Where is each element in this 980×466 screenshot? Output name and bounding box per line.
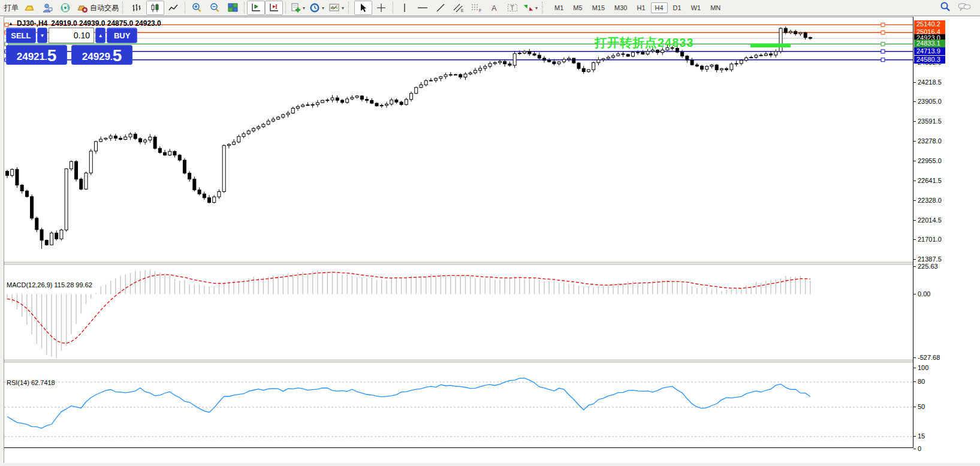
- zoom-in-button[interactable]: [188, 1, 206, 15]
- text-label-icon: T: [506, 2, 518, 13]
- timeframe-button-w1[interactable]: W1: [687, 2, 705, 13]
- buy-price-display[interactable]: 24929 . 5: [71, 45, 132, 65]
- price-line-badge: 24833.1: [914, 40, 945, 47]
- new-order-button[interactable]: 打单: [1, 1, 20, 15]
- macd-indicator-label: MACD(12,26,9) 115.28 99.62: [7, 281, 92, 288]
- crosshair-icon: [376, 2, 387, 13]
- price-tick-label: 22955.0: [918, 157, 942, 164]
- toolbar-separator: [244, 2, 245, 14]
- candlestick-chart-type-button[interactable]: [146, 1, 164, 15]
- timeframe-button-m30[interactable]: M30: [610, 2, 631, 13]
- mt4-window: 打单 自动交易: [0, 0, 980, 466]
- new-order-label: 打单: [4, 3, 19, 13]
- price-tick-label: 22328.0: [918, 197, 942, 204]
- chart-window[interactable]: ▲ DJ30-,H4 24919.0 24939.0 24875.0 24923…: [0, 17, 980, 466]
- ohlc-values: 24919.0 24939.0 24875.0 24923.0: [51, 19, 161, 28]
- rsi-value: 62.7418: [31, 379, 55, 386]
- price-chart-canvas[interactable]: [4, 17, 913, 448]
- timeframe-button-h1[interactable]: H1: [632, 2, 649, 13]
- price-axis: 24532.024218.523905.023591.523278.022955…: [913, 17, 980, 448]
- price-tick-label: 23278.0: [918, 137, 942, 145]
- tile-windows-icon: [227, 2, 239, 13]
- auto-scroll-icon: [268, 2, 280, 13]
- horizontal-line-tool-button[interactable]: [414, 1, 432, 15]
- line-chart-type-button[interactable]: [164, 1, 182, 15]
- timeframe-button-d1[interactable]: D1: [669, 2, 686, 13]
- text-label-tool-button[interactable]: T: [503, 1, 521, 15]
- toolbar-grip: [348, 2, 351, 14]
- timeframe-button-h4[interactable]: H4: [651, 2, 668, 13]
- search-icon[interactable]: [939, 1, 951, 15]
- channel-icon: E: [453, 2, 465, 13]
- gold-instrument-button[interactable]: [20, 1, 38, 15]
- text-tool-button[interactable]: A: [486, 1, 503, 15]
- autotrading-icon: [76, 2, 89, 13]
- buy-price-main: 24929: [82, 50, 110, 64]
- auto-scroll-button[interactable]: [265, 1, 283, 15]
- autotrading-label: 自动交易: [90, 3, 119, 13]
- indicators-button[interactable]: ▾: [327, 1, 346, 15]
- one-click-trading-panel: SELL ▼ ▲ BUY 24921 . 5 24929 . 5: [6, 28, 137, 65]
- dropdown-arrow-icon: ▾: [342, 5, 344, 11]
- period-clock-button[interactable]: ▾: [307, 1, 327, 15]
- price-tick-label: 22014.5: [918, 217, 942, 224]
- clock-icon: [309, 2, 321, 13]
- autotrading-button[interactable]: 自动交易: [74, 1, 120, 15]
- timeframe-button-mn[interactable]: MN: [706, 2, 725, 13]
- rsi-tick-label: 80: [918, 378, 925, 385]
- price-tick-label: 24218.5: [918, 79, 942, 86]
- toolbar-separator: [285, 2, 286, 14]
- sell-price-main: 24921: [17, 50, 45, 64]
- crosshair-tool-button[interactable]: [372, 1, 390, 15]
- price-tick-label: 23591.5: [918, 118, 942, 125]
- chat-icon[interactable]: [957, 1, 972, 15]
- equidistant-channel-tool-button[interactable]: E: [450, 1, 468, 15]
- zoom-out-button[interactable]: [206, 1, 224, 15]
- accounts-button[interactable]: [38, 1, 56, 15]
- chart-shift-button[interactable]: [247, 1, 265, 15]
- timeframe-button-m5[interactable]: M5: [569, 2, 586, 13]
- cursor-arrow-icon: [358, 2, 368, 13]
- bar-chart-type-button[interactable]: [128, 1, 146, 15]
- toolbar-grip: [542, 2, 545, 14]
- tile-windows-button[interactable]: [224, 1, 242, 15]
- price-tick-label: 21387.5: [918, 255, 942, 263]
- signals-button[interactable]: [56, 1, 74, 15]
- sell-price-display[interactable]: 24921 . 5: [6, 45, 67, 65]
- symbol-timeframe-label: DJ30-,H4: [17, 19, 47, 28]
- dropdown-arrow-icon: ▾: [322, 5, 324, 11]
- toolbar-right-group: [939, 1, 980, 15]
- fibonacci-tool-button[interactable]: F: [468, 1, 486, 15]
- turning-point-annotation: 打开转折点24833: [595, 35, 694, 51]
- buy-button[interactable]: BUY: [107, 28, 137, 43]
- cursor-tool-button[interactable]: [354, 1, 372, 15]
- price-line-badge: 24580.3: [914, 56, 945, 64]
- volume-decrease-button[interactable]: ▼: [37, 28, 47, 43]
- dropdown-arrow-icon: ▾: [303, 5, 305, 11]
- user-profile-icon: [41, 2, 53, 13]
- vertical-line-tool-button[interactable]: [396, 1, 414, 15]
- toolbar-separator: [393, 2, 393, 14]
- rsi-tick-label: 50: [918, 403, 925, 410]
- arrows-tool-button[interactable]: ▾: [521, 1, 540, 15]
- rsi-tick-label: 0: [918, 445, 921, 452]
- timeframe-button-m1[interactable]: M1: [550, 2, 568, 13]
- timeframe-button-m15[interactable]: M15: [588, 2, 609, 13]
- buy-price-big-digit: 5: [113, 48, 122, 64]
- chart-title: ▲ DJ30-,H4 24919.0 24939.0 24875.0 24923…: [8, 19, 161, 28]
- rsi-indicator-label: RSI(14) 62.7418: [7, 379, 55, 386]
- sell-price-big-digit: 5: [47, 48, 57, 64]
- trendline-tool-button[interactable]: [432, 1, 450, 15]
- fibonacci-icon: F: [471, 2, 483, 13]
- chart-expand-icon: ▲: [8, 21, 13, 26]
- volume-increase-button[interactable]: ▲: [95, 28, 105, 43]
- sell-button[interactable]: SELL: [6, 28, 36, 43]
- volume-input[interactable]: [49, 28, 94, 43]
- radar-signal-icon: [59, 2, 71, 13]
- new-chart-button[interactable]: ▾: [288, 1, 307, 15]
- toolbar-separator: [185, 2, 185, 14]
- chart-shift-icon: [250, 2, 262, 13]
- macd-values: 115.28 99.62: [54, 281, 92, 288]
- zoom-out-icon: [209, 2, 221, 13]
- price-tick-label: 22641.5: [918, 177, 942, 184]
